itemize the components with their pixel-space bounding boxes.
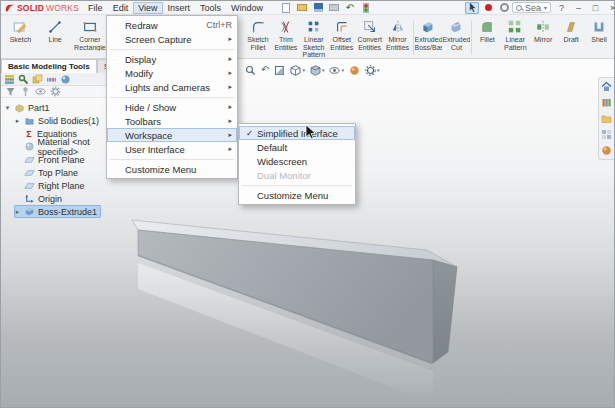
sketch-fillet-button[interactable]: Sketch Fillet (244, 16, 272, 59)
undo-icon[interactable]: ↶ (343, 2, 357, 14)
dimxpertmanager-tab-icon[interactable] (46, 74, 57, 85)
collapse-arrow-icon[interactable]: ▾ (4, 104, 11, 112)
edit-appearance-icon[interactable] (348, 63, 361, 77)
shell-button[interactable]: Shell (585, 16, 613, 59)
help-button[interactable]: ? (555, 3, 568, 13)
origin-icon (24, 193, 35, 204)
linear-sketch-pattern-button[interactable]: Linear Sketch Pattern (300, 16, 328, 59)
extruded-boss-base-button[interactable]: Extruded Boss/Base (415, 16, 443, 59)
macro-record-icon[interactable] (481, 2, 495, 14)
view-palette-icon[interactable] (601, 129, 612, 140)
menu-view[interactable]: View (133, 2, 162, 14)
propertymanager-tab-icon[interactable] (18, 74, 29, 85)
menu-item-redraw[interactable]: Redraw Ctrl+R (107, 18, 237, 32)
sketch-icon (12, 19, 28, 35)
corner-rectangle-icon (82, 19, 98, 35)
selection-arrow-icon[interactable] (465, 2, 479, 14)
file-explorer-icon[interactable] (601, 113, 612, 124)
menu-separator (110, 49, 234, 50)
hide-show-items-icon[interactable]: ▾ (328, 63, 345, 77)
open-icon[interactable] (295, 2, 309, 14)
headsup-view-toolbar: ↶ ▾ ▾ ▾ ▾ (244, 63, 380, 77)
tree-item-origin[interactable]: Origin (14, 192, 66, 205)
previous-view-icon[interactable]: ↶ (260, 63, 270, 77)
menu-file[interactable]: File (83, 2, 108, 14)
new-document-icon[interactable] (279, 2, 293, 14)
menu-item-toolbars[interactable]: Toolbars ▸ (107, 114, 237, 128)
tree-item-boss-extrude1[interactable]: ▸ Boss-Extrude1 (14, 205, 101, 218)
resources-icon[interactable] (601, 81, 612, 92)
pin-icon[interactable] (20, 86, 31, 97)
appearances-icon[interactable] (601, 145, 612, 156)
equations-icon: Σ (24, 129, 34, 139)
menu-separator (242, 185, 352, 186)
displaymanager-tab-icon[interactable] (60, 74, 71, 85)
submenu-item-customize-menu[interactable]: Customize Menu (239, 188, 355, 202)
tree-item-front-plane[interactable]: Front Plane (14, 153, 89, 166)
submenu-arrow-icon: ▸ (223, 35, 232, 43)
display-style-icon[interactable]: ▾ (309, 63, 326, 77)
menu-edit[interactable]: Edit (108, 2, 134, 14)
tab-basic-modeling-tools[interactable]: Basic Modeling Tools (1, 59, 97, 73)
offset-entities-button[interactable]: Offset Entities (328, 16, 356, 59)
menu-item-hide-show[interactable]: Hide / Show ▸ (107, 100, 237, 114)
minimize-button[interactable]: – (572, 3, 585, 13)
save-icon[interactable] (311, 2, 325, 14)
draft-icon (563, 19, 579, 35)
titlebar-right: Sea ▾ ? – □ × (512, 2, 615, 13)
menu-item-lights-and-cameras[interactable]: Lights and Cameras ▸ (107, 80, 237, 94)
fillet-button[interactable]: Fillet (473, 16, 501, 59)
configurationmanager-tab-icon[interactable] (32, 74, 43, 85)
close-button[interactable]: × (606, 3, 615, 13)
submenu-item-simplified-interface[interactable]: ✓ Simplified Interface (239, 126, 355, 140)
linear-sketch-pattern-icon (306, 19, 322, 35)
view-dropdown-menu: Redraw Ctrl+R Screen Capture ▸ Display ▸… (106, 15, 238, 179)
menu-tools[interactable]: Tools (195, 2, 226, 14)
view-orientation-icon[interactable]: ▾ (289, 63, 306, 77)
corner-rectangle-button[interactable]: Corner Rectangle (73, 16, 108, 51)
solidworks-logo[interactable]: SOLIDWORKS (1, 3, 83, 13)
zoom-fit-icon[interactable] (244, 63, 257, 77)
extruded-cut-button[interactable]: Extruded Cut (442, 16, 470, 59)
maximize-button[interactable]: □ (589, 3, 602, 13)
feature-tools-group: Sketch Fillet Trim Entities Linear Sketc… (244, 16, 613, 59)
extruded-cut-icon (448, 19, 464, 35)
mirror-entities-button[interactable]: Mirror Entities (384, 16, 412, 59)
menu-item-display[interactable]: Display ▸ (107, 52, 237, 66)
visibility-icon[interactable] (35, 86, 46, 97)
submenu-item-default[interactable]: Default (239, 140, 355, 154)
menu-item-workspace[interactable]: Workspace ▸ (107, 128, 237, 142)
convert-entities-button[interactable]: Convert Entities (356, 16, 384, 59)
featuremanager-tab-icon[interactable] (4, 74, 15, 85)
menu-window[interactable]: Window (226, 2, 268, 14)
linear-pattern-button[interactable]: Linear Pattern (501, 16, 529, 59)
line-button[interactable]: Line (38, 16, 73, 51)
tree-item-solid-bodies[interactable]: ▸ Solid Bodies(1) (14, 114, 103, 127)
tree-item-part1[interactable]: ▾ Part1 (4, 101, 54, 114)
menu-item-user-interface[interactable]: User Interface ▸ (107, 142, 237, 156)
view-settings-icon[interactable]: ▾ (364, 63, 381, 77)
options-icon[interactable] (497, 2, 511, 14)
menu-insert[interactable]: Insert (163, 2, 196, 14)
settings-icon[interactable] (50, 86, 61, 97)
shell-icon (591, 19, 607, 35)
submenu-item-widescreen[interactable]: Widescreen (239, 154, 355, 168)
trim-entities-button[interactable]: Trim Entities (272, 16, 300, 59)
search-box[interactable]: Sea ▾ (512, 2, 551, 13)
menu-item-customize-menu[interactable]: Customize Menu (107, 162, 237, 176)
expand-arrow-icon[interactable]: ▸ (14, 208, 21, 216)
draft-button[interactable]: Draft (557, 16, 585, 59)
filter-icon[interactable] (5, 86, 16, 97)
print-icon[interactable] (327, 2, 341, 14)
expand-arrow-icon[interactable]: ▸ (14, 117, 21, 125)
mirror-button[interactable]: Mirror (529, 16, 557, 59)
sketch-button[interactable]: Sketch (3, 16, 38, 51)
menu-item-screen-capture[interactable]: Screen Capture ▸ (107, 32, 237, 46)
rebuild-icon[interactable] (359, 2, 373, 14)
design-library-icon[interactable] (601, 97, 612, 108)
tree-item-top-plane[interactable]: Top Plane (14, 166, 82, 179)
menu-item-modify[interactable]: Modify ▸ (107, 66, 237, 80)
section-view-icon[interactable] (273, 63, 286, 77)
solidworks-window: ↶ ▾ ▾ ▾ ▾ (0, 0, 615, 408)
tree-item-right-plane[interactable]: Right Plane (14, 179, 89, 192)
